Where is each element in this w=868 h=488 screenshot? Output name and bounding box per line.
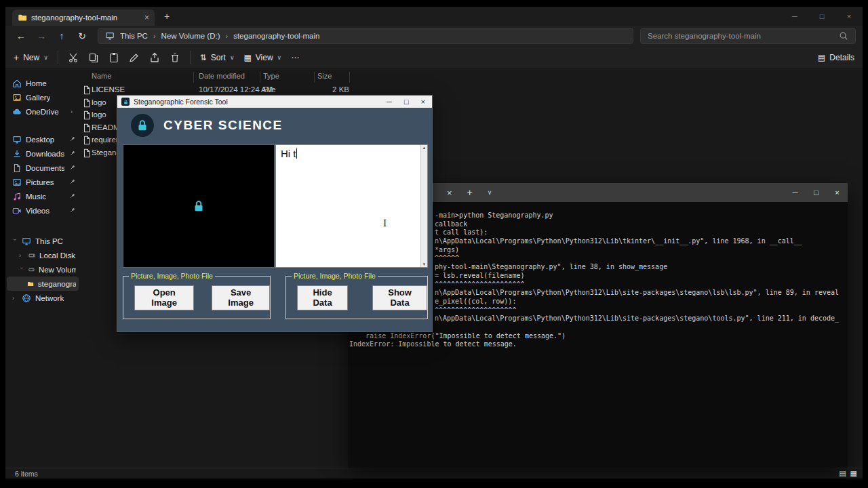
message-text-area[interactable]: Hi t ▲ ▼ I (275, 144, 428, 268)
open-image-button[interactable]: Open Image (134, 285, 194, 310)
column-header-date-modified[interactable]: Date modified (199, 72, 245, 80)
file-icon (82, 110, 92, 120)
sidebar-item-this-pc[interactable]: › This PC (7, 234, 79, 248)
chevron-right-icon[interactable]: › (19, 252, 24, 259)
gallery-icon (12, 93, 22, 102)
new-tab-button[interactable]: + (164, 11, 170, 22)
sidebar-item-label: This PC (35, 237, 63, 245)
new-tab-button[interactable]: + (467, 187, 473, 198)
breadcrumb[interactable]: This PC › New Volume (D:) › steganograph… (98, 28, 633, 44)
file-name: logo (92, 98, 106, 106)
paste-icon[interactable] (108, 52, 119, 63)
sidebar-item-music[interactable]: Music (7, 189, 79, 203)
close-button[interactable]: × (827, 183, 848, 202)
sidebar-item-desktop[interactable]: Desktop (7, 132, 79, 146)
chevron-down-icon[interactable]: › (18, 267, 25, 272)
scroll-down-icon[interactable]: ▼ (422, 262, 427, 266)
desktop-icon (12, 135, 22, 144)
copy-icon[interactable] (88, 52, 99, 63)
message-text: Hi t (281, 148, 297, 159)
dialog-title: Steganographic Forensic Tool (134, 98, 382, 106)
sidebar-item-documents[interactable]: Documents (7, 161, 79, 175)
chevron-right-icon: › (153, 32, 156, 40)
sidebar-item-local-disk-c[interactable]: › Local Disk (C:) (7, 248, 79, 262)
sidebar-item-gallery[interactable]: Gallery (7, 90, 79, 104)
sidebar-item-label: Home (26, 79, 47, 87)
folder-icon (18, 13, 27, 22)
search-input[interactable]: Search steganography-tool-main (640, 28, 856, 44)
breadcrumb-this-pc[interactable]: This PC (120, 32, 148, 40)
desktop-screen: steganography-tool-main × + ─ □ × ← → ↑ … (0, 0, 868, 488)
column-divider[interactable] (349, 72, 350, 83)
maximize-button[interactable]: □ (806, 183, 827, 202)
column-header-type[interactable]: Type (263, 72, 279, 80)
dialog-title-bar[interactable]: Steganographic Forensic Tool ─ □ × (117, 96, 432, 108)
save-image-button[interactable]: Save Image (212, 285, 270, 310)
view-large-toggle-icon[interactable]: ▦ (850, 469, 857, 478)
chevron-down-icon[interactable]: ∨ (488, 189, 492, 196)
close-button[interactable]: × (835, 7, 863, 26)
explorer-tab[interactable]: steganography-tool-main × (12, 9, 155, 26)
column-divider[interactable] (260, 72, 260, 83)
tab-close-icon[interactable]: × (447, 188, 452, 198)
sidebar-item-home[interactable]: Home (7, 76, 79, 90)
chevron-right-icon[interactable]: › (12, 295, 18, 302)
cut-icon[interactable] (68, 52, 79, 63)
details-button[interactable]: ▤ Details (818, 53, 854, 62)
minimize-button[interactable]: ─ (781, 7, 808, 26)
image-preview-canvas[interactable] (123, 144, 275, 268)
new-button[interactable]: + New ∨ (14, 52, 48, 63)
sort-button[interactable]: ⇅ Sort ∨ (200, 53, 235, 62)
text-scrollbar[interactable]: ▲ ▼ (420, 145, 427, 267)
music-icon (12, 192, 22, 201)
file-icon (82, 98, 92, 108)
chevron-right-icon[interactable]: › (71, 108, 76, 115)
sidebar-item-pictures[interactable]: Pictures (7, 175, 79, 189)
file-icon (82, 123, 92, 133)
column-divider[interactable] (314, 72, 315, 83)
column-header-size[interactable]: Size (317, 72, 332, 80)
brand-header: CYBER SCIENCE (117, 108, 432, 143)
hide-data-button[interactable]: Hide Data (297, 285, 348, 310)
group-label: Picture, Image, Photo File (292, 272, 378, 280)
refresh-button[interactable]: ↻ (73, 30, 91, 41)
chevron-down-icon[interactable]: › (12, 239, 18, 244)
breadcrumb-current-folder[interactable]: steganography-tool-main (233, 32, 319, 40)
column-header-name[interactable]: Name (92, 72, 111, 80)
file-icon (82, 148, 92, 158)
sort-icon: ⇅ (200, 53, 207, 62)
view-list-toggle-icon[interactable]: ▤ (839, 469, 846, 478)
sidebar-item-label: Network (35, 294, 64, 302)
close-button[interactable]: × (421, 96, 425, 108)
more-options-button[interactable]: ⋯ (291, 53, 299, 62)
downloads-icon (12, 149, 22, 159)
view-button[interactable]: ▦ View ∨ (243, 53, 281, 62)
maximize-button[interactable]: □ (808, 7, 835, 26)
sidebar-item-videos[interactable]: Videos (7, 203, 79, 218)
forward-button[interactable]: → (33, 30, 50, 41)
column-divider[interactable] (193, 72, 194, 83)
breadcrumb-new-volume[interactable]: New Volume (D:) (161, 32, 220, 40)
sidebar-item-steganography-folder[interactable]: steganography- (7, 277, 79, 291)
rename-icon[interactable] (129, 52, 140, 63)
minimize-button[interactable]: ─ (387, 96, 392, 108)
sidebar-item-label: Documents (26, 164, 64, 172)
sidebar-item-downloads[interactable]: Downloads (7, 146, 79, 161)
this-pc-icon (22, 237, 31, 246)
minimize-button[interactable]: ─ (785, 183, 806, 202)
scroll-up-icon[interactable]: ▲ (422, 146, 427, 150)
delete-icon[interactable] (170, 52, 180, 63)
tab-close-icon[interactable]: × (144, 13, 149, 22)
pin-icon (68, 150, 76, 157)
up-button[interactable]: ↑ (53, 30, 71, 41)
divider (190, 51, 191, 64)
show-data-button[interactable]: Show Data (372, 285, 427, 310)
sidebar-item-network[interactable]: › Network (7, 291, 79, 305)
maximize-button[interactable]: □ (404, 96, 409, 108)
brand-name: CYBER SCIENCE (163, 118, 283, 133)
sidebar-item-onedrive[interactable]: OneDrive › (7, 104, 79, 119)
sidebar-item-new-volume-d[interactable]: › New Volume (D:) (7, 262, 79, 277)
share-icon[interactable] (149, 52, 160, 63)
back-button[interactable]: ← (12, 30, 30, 41)
file-name: logo (92, 110, 106, 119)
